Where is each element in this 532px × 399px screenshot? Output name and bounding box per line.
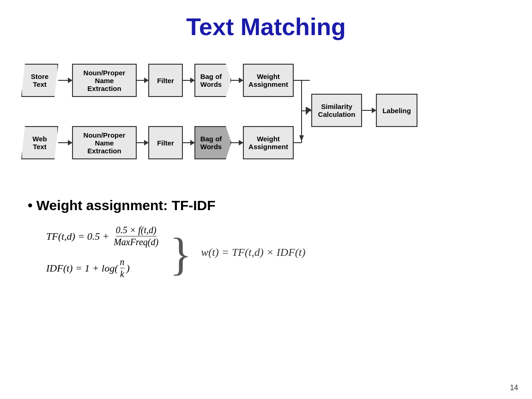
idf-fraction: n k: [120, 257, 125, 279]
labeling-box: Labeling: [376, 94, 417, 127]
web-text-box: Web Text: [21, 126, 58, 159]
formula-left: TF(t,d) = 0.5 + 0.5 × f(t,d) MaxFreq(d) …: [46, 225, 160, 279]
arrow-1-4: [231, 64, 243, 97]
similarity-box: Similarity Calculation: [311, 94, 362, 127]
page-number: 14: [510, 384, 518, 392]
tf-formula: TF(t,d) = 0.5 + 0.5 × f(t,d) MaxFreq(d): [46, 225, 160, 248]
arrow-2-4: [231, 126, 243, 159]
formula-area: TF(t,d) = 0.5 + 0.5 × f(t,d) MaxFreq(d) …: [46, 225, 532, 279]
bullet-section: • Weight assignment: TF-IDF TF(t,d) = 0.…: [28, 198, 532, 279]
bullet-title: • Weight assignment: TF-IDF: [28, 198, 532, 213]
idf-formula: IDF(t) = 1 + log( n k ): [46, 257, 130, 279]
arrow-1-1: [58, 64, 72, 97]
result-formula: w(t) = TF(t,d) × IDF(t): [201, 246, 305, 259]
bag-words-box-2: Bag of Words: [194, 126, 231, 159]
noun-extraction-box-2: Noun/Proper Name Extraction: [72, 126, 137, 159]
svg-marker-5: [306, 107, 311, 115]
filter-box-2: Filter: [148, 126, 183, 159]
tf-fraction: 0.5 × f(t,d) MaxFreq(d): [114, 225, 158, 248]
arrow-2-2: [137, 126, 148, 159]
noun-extraction-box-1: Noun/Proper Name Extraction: [72, 64, 137, 97]
bag-words-box-1: Bag of Words: [194, 64, 231, 97]
diagram-area: Store Text Noun/Proper Name Extraction F…: [12, 54, 520, 184]
arrow-1-3: [183, 64, 194, 97]
weight-assignment-box-2: Weight Assignment: [243, 126, 294, 159]
arrow-similarity-labeling: [362, 94, 376, 127]
svg-marker-4: [299, 135, 304, 141]
weight-assignment-box-1: Weight Assignment: [243, 64, 294, 97]
arrow-2-3: [183, 126, 194, 159]
page-title: Text Matching: [0, 0, 532, 50]
formula-brace: }: [169, 231, 192, 278]
arrow-1-2: [137, 64, 148, 97]
flow-row-1: Store Text Noun/Proper Name Extraction F…: [21, 64, 294, 97]
store-text-box: Store Text: [21, 64, 58, 97]
flow-row-2: Web Text Noun/Proper Name Extraction Fil…: [21, 126, 294, 159]
filter-box-1: Filter: [148, 64, 183, 97]
arrow-2-1: [58, 126, 72, 159]
